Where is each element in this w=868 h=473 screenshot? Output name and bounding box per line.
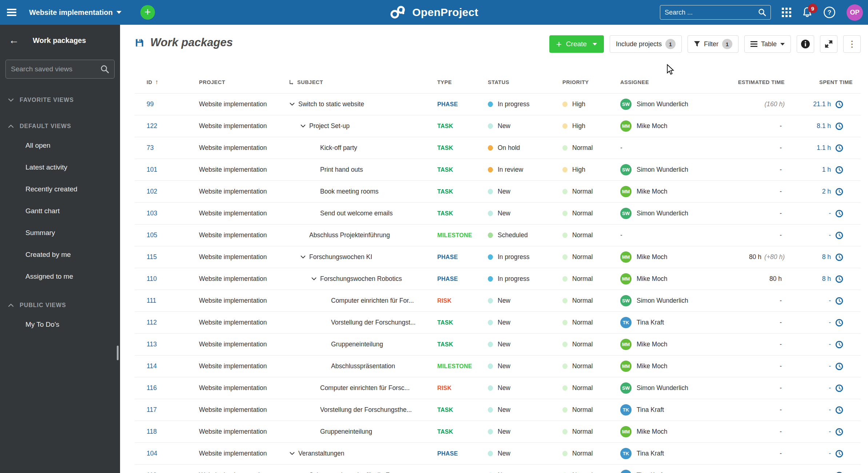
spent-time-link[interactable]: -	[829, 406, 831, 414]
column-header-status[interactable]: STATUS	[484, 79, 558, 85]
saved-views-search-input[interactable]	[11, 65, 100, 73]
info-button[interactable]	[797, 35, 814, 53]
project-cell[interactable]: Website implementation	[199, 406, 267, 414]
apps-menu-button[interactable]	[782, 8, 791, 17]
priority-cell[interactable]: Normal	[572, 319, 593, 326]
spent-time-link[interactable]: -	[829, 319, 831, 326]
spent-time-link[interactable]: 8 h	[822, 275, 831, 283]
sidebar-item-latest-activity[interactable]: Latest activity	[0, 156, 120, 178]
column-header-assignee[interactable]: ASSIGNEE	[615, 79, 724, 85]
wp-id-link[interactable]: 114	[147, 362, 157, 370]
type-cell[interactable]: TASK	[437, 429, 453, 435]
wp-id-link[interactable]: 119	[147, 472, 157, 473]
clock-icon[interactable]	[835, 362, 843, 370]
subject-cell[interactable]: Vorstellung der Forschungsthe...	[320, 406, 412, 414]
type-cell[interactable]: TASK	[437, 167, 453, 173]
estimated-time-cell[interactable]: -	[724, 341, 788, 348]
wp-id-link[interactable]: 99	[147, 100, 154, 108]
priority-cell[interactable]: Normal	[572, 253, 593, 261]
assignee-cell[interactable]: Tina Kraft	[637, 319, 664, 326]
wp-id-link[interactable]: 113	[147, 341, 157, 348]
wp-id-link[interactable]: 117	[147, 406, 157, 414]
clock-icon[interactable]	[835, 210, 843, 218]
filter-button[interactable]: Filter 1	[688, 35, 738, 53]
estimated-time-cell[interactable]: -	[724, 122, 788, 130]
estimated-time-cell[interactable]: -	[724, 166, 788, 174]
project-cell[interactable]: Website implementation	[199, 122, 267, 130]
status-cell[interactable]: New	[498, 428, 510, 436]
status-cell[interactable]: New	[498, 406, 510, 414]
spent-time-link[interactable]: -	[829, 450, 831, 457]
assignee-cell[interactable]: Simon Wunderlich	[637, 210, 688, 217]
clock-icon[interactable]	[835, 100, 843, 108]
column-header-priority[interactable]: PRIORITY	[558, 79, 615, 85]
help-button[interactable]: ?	[823, 6, 836, 19]
wp-id-link[interactable]: 111	[147, 297, 156, 305]
assignee-cell[interactable]: -	[620, 231, 622, 239]
wp-id-link[interactable]: 104	[147, 450, 157, 457]
project-cell[interactable]: Website implementation	[199, 210, 267, 217]
type-cell[interactable]: TASK	[437, 341, 453, 348]
project-cell[interactable]: Website implementation	[199, 319, 267, 326]
estimated-time-cell[interactable]: -	[724, 188, 788, 195]
assignee-cell[interactable]: Tina Kraft	[637, 472, 664, 473]
wp-id-link[interactable]: 116	[147, 384, 157, 392]
hamburger-menu-button[interactable]	[0, 7, 23, 18]
estimated-time-cell[interactable]: -	[724, 210, 788, 217]
priority-cell[interactable]: Normal	[572, 384, 593, 392]
clock-icon[interactable]	[835, 450, 843, 458]
subject-cell[interactable]: Computer einrichten für Forsc...	[320, 384, 410, 392]
more-options-button[interactable]: ⋮	[843, 35, 861, 53]
wp-id-link[interactable]: 102	[147, 188, 157, 195]
spent-time-link[interactable]: -	[829, 472, 831, 473]
estimated-time-cell[interactable]: -	[724, 450, 788, 457]
priority-cell[interactable]: High	[572, 122, 585, 130]
expand-chevron-icon[interactable]	[290, 452, 298, 455]
subject-cell[interactable]: Project Set-up	[309, 122, 350, 130]
priority-cell[interactable]: Normal	[572, 362, 593, 370]
project-cell[interactable]: Website implementation	[199, 166, 267, 174]
priority-cell[interactable]: Normal	[572, 428, 593, 436]
assignee-cell[interactable]: Mike Moch	[637, 253, 668, 261]
priority-cell[interactable]: Normal	[572, 450, 593, 457]
sidebar-resize-handle[interactable]	[117, 346, 119, 360]
wp-id-link[interactable]: 110	[147, 275, 157, 283]
assignee-cell[interactable]: Simon Wunderlich	[637, 166, 688, 174]
sidebar-item-recently-created[interactable]: Recently created	[0, 178, 120, 200]
subject-cell[interactable]: Computer einrichten für For...	[331, 297, 414, 305]
estimated-time-cell[interactable]: -	[724, 406, 788, 414]
estimated-time-cell[interactable]: -	[724, 319, 788, 326]
clock-icon[interactable]	[835, 253, 843, 261]
estimated-time-cell[interactable]: -	[724, 472, 788, 473]
type-cell[interactable]: PHASE	[437, 254, 458, 261]
type-cell[interactable]: MILESTONE	[437, 232, 472, 239]
estimated-time-cell[interactable]: 80 h(+80 h)	[724, 253, 788, 261]
sidebar-section-favorite-views[interactable]: FAVORITE VIEWS	[0, 92, 120, 108]
type-cell[interactable]: TASK	[437, 188, 453, 195]
spent-time-link[interactable]: -	[829, 362, 831, 370]
project-cell[interactable]: Website implementation	[199, 362, 267, 370]
sidebar-item-assigned-to-me[interactable]: Assigned to me	[0, 266, 120, 287]
clock-icon[interactable]	[835, 472, 843, 473]
subject-cell[interactable]: Gruppeneinteilung	[320, 428, 372, 436]
expand-chevron-icon[interactable]	[311, 277, 320, 281]
estimated-time-cell[interactable]: -	[724, 231, 788, 239]
priority-cell[interactable]: Normal	[572, 188, 593, 195]
spent-time-link[interactable]: 21.1 h	[813, 100, 831, 108]
estimated-time-cell[interactable]: -	[724, 362, 788, 370]
column-header-spent-time[interactable]: SPENT TIME	[788, 79, 861, 85]
clock-icon[interactable]	[835, 166, 843, 174]
wp-id-link[interactable]: 115	[147, 253, 157, 261]
sidebar-section-default-views[interactable]: DEFAULT VIEWS	[0, 118, 120, 135]
assignee-cell[interactable]: Simon Wunderlich	[637, 384, 688, 392]
user-avatar[interactable]: OP	[847, 4, 863, 21]
estimated-time-cell[interactable]: -	[724, 384, 788, 392]
status-cell[interactable]: New	[498, 210, 510, 217]
estimated-time-cell[interactable]: -	[724, 144, 788, 152]
wp-id-link[interactable]: 103	[147, 210, 157, 217]
status-cell[interactable]: New	[498, 319, 510, 326]
spent-time-link[interactable]: 1 h	[822, 166, 831, 174]
project-cell[interactable]: Website implementation	[199, 297, 267, 305]
view-mode-button[interactable]: Table	[744, 35, 791, 53]
wp-id-link[interactable]: 122	[147, 122, 157, 130]
